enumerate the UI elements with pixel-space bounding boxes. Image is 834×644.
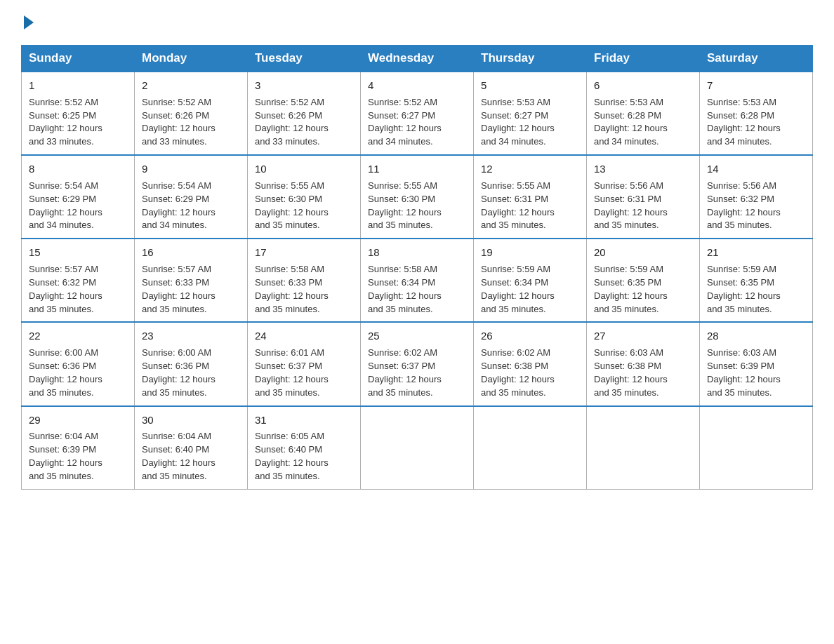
- day-number: 27: [594, 328, 692, 344]
- calendar-cell: 15Sunrise: 5:57 AMSunset: 6:32 PMDayligh…: [22, 239, 135, 322]
- header-friday: Friday: [587, 46, 700, 72]
- calendar-week-row: 29Sunrise: 6:04 AMSunset: 6:39 PMDayligh…: [22, 406, 813, 490]
- day-info: Sunrise: 6:02 AMSunset: 6:37 PMDaylight:…: [368, 347, 442, 398]
- calendar-week-row: 22Sunrise: 6:00 AMSunset: 6:36 PMDayligh…: [22, 322, 813, 405]
- header-monday: Monday: [135, 46, 248, 72]
- calendar-cell: 29Sunrise: 6:04 AMSunset: 6:39 PMDayligh…: [22, 406, 135, 490]
- header-thursday: Thursday: [474, 46, 587, 72]
- day-number: 23: [142, 328, 240, 344]
- calendar-cell: 25Sunrise: 6:02 AMSunset: 6:37 PMDayligh…: [361, 322, 474, 405]
- calendar-cell: 11Sunrise: 5:55 AMSunset: 6:30 PMDayligh…: [361, 155, 474, 239]
- day-number: 8: [29, 161, 127, 177]
- day-info: Sunrise: 5:54 AMSunset: 6:29 PMDaylight:…: [142, 180, 216, 231]
- day-number: 3: [255, 78, 353, 93]
- calendar-cell: 17Sunrise: 5:58 AMSunset: 6:33 PMDayligh…: [248, 239, 361, 322]
- calendar-cell: 27Sunrise: 6:03 AMSunset: 6:38 PMDayligh…: [587, 322, 700, 405]
- day-info: Sunrise: 5:55 AMSunset: 6:30 PMDaylight:…: [255, 180, 329, 231]
- calendar-cell: 28Sunrise: 6:03 AMSunset: 6:39 PMDayligh…: [700, 322, 813, 405]
- day-number: 15: [29, 245, 127, 260]
- day-info: Sunrise: 5:53 AMSunset: 6:28 PMDaylight:…: [707, 97, 781, 147]
- day-info: Sunrise: 6:04 AMSunset: 6:39 PMDaylight:…: [29, 431, 102, 481]
- day-number: 4: [368, 78, 466, 93]
- calendar-week-row: 15Sunrise: 5:57 AMSunset: 6:32 PMDayligh…: [22, 239, 813, 322]
- day-number: 10: [255, 161, 353, 177]
- calendar-cell: 18Sunrise: 5:58 AMSunset: 6:34 PMDayligh…: [361, 239, 474, 322]
- day-number: 17: [255, 245, 353, 260]
- calendar-cell: 20Sunrise: 5:59 AMSunset: 6:35 PMDayligh…: [587, 239, 700, 322]
- day-info: Sunrise: 5:59 AMSunset: 6:35 PMDaylight:…: [707, 264, 781, 314]
- day-info: Sunrise: 6:03 AMSunset: 6:39 PMDaylight:…: [707, 347, 781, 398]
- calendar-cell: 3Sunrise: 5:52 AMSunset: 6:26 PMDaylight…: [248, 72, 361, 155]
- day-number: 28: [707, 328, 805, 344]
- day-info: Sunrise: 5:52 AMSunset: 6:27 PMDaylight:…: [368, 97, 442, 147]
- day-info: Sunrise: 5:52 AMSunset: 6:26 PMDaylight:…: [142, 97, 216, 147]
- calendar-cell: 6Sunrise: 5:53 AMSunset: 6:28 PMDaylight…: [587, 72, 700, 155]
- day-number: 14: [707, 161, 805, 177]
- day-number: 9: [142, 161, 240, 177]
- calendar-cell: 23Sunrise: 6:00 AMSunset: 6:36 PMDayligh…: [135, 322, 248, 405]
- logo: [21, 14, 37, 31]
- calendar-cell: 8Sunrise: 5:54 AMSunset: 6:29 PMDaylight…: [22, 155, 135, 239]
- page-header: [21, 14, 813, 31]
- day-number: 19: [481, 245, 579, 260]
- header-saturday: Saturday: [700, 46, 813, 72]
- day-number: 1: [29, 78, 127, 93]
- calendar-cell: 24Sunrise: 6:01 AMSunset: 6:37 PMDayligh…: [248, 322, 361, 405]
- day-info: Sunrise: 5:52 AMSunset: 6:25 PMDaylight:…: [29, 97, 102, 147]
- day-info: Sunrise: 6:03 AMSunset: 6:38 PMDaylight:…: [594, 347, 668, 398]
- day-info: Sunrise: 5:55 AMSunset: 6:31 PMDaylight:…: [481, 180, 555, 231]
- day-info: Sunrise: 5:58 AMSunset: 6:33 PMDaylight:…: [255, 264, 329, 314]
- day-info: Sunrise: 5:53 AMSunset: 6:28 PMDaylight:…: [594, 97, 668, 147]
- day-number: 13: [594, 161, 692, 177]
- calendar-cell: 5Sunrise: 5:53 AMSunset: 6:27 PMDaylight…: [474, 72, 587, 155]
- calendar-cell: [700, 406, 813, 490]
- day-number: 31: [255, 412, 353, 428]
- day-number: 2: [142, 78, 240, 93]
- day-number: 21: [707, 245, 805, 260]
- day-number: 5: [481, 78, 579, 93]
- calendar-cell: 30Sunrise: 6:04 AMSunset: 6:40 PMDayligh…: [135, 406, 248, 490]
- day-number: 26: [481, 328, 579, 344]
- calendar-header-row: SundayMondayTuesdayWednesdayThursdayFrid…: [22, 46, 813, 72]
- calendar-cell: 16Sunrise: 5:57 AMSunset: 6:33 PMDayligh…: [135, 239, 248, 322]
- calendar-cell: 21Sunrise: 5:59 AMSunset: 6:35 PMDayligh…: [700, 239, 813, 322]
- calendar-cell: 9Sunrise: 5:54 AMSunset: 6:29 PMDaylight…: [135, 155, 248, 239]
- calendar-cell: 14Sunrise: 5:56 AMSunset: 6:32 PMDayligh…: [700, 155, 813, 239]
- day-number: 12: [481, 161, 579, 177]
- day-info: Sunrise: 5:59 AMSunset: 6:34 PMDaylight:…: [481, 264, 555, 314]
- logo-arrow-icon: [24, 15, 34, 29]
- calendar-cell: [361, 406, 474, 490]
- calendar-cell: 26Sunrise: 6:02 AMSunset: 6:38 PMDayligh…: [474, 322, 587, 405]
- calendar-cell: 1Sunrise: 5:52 AMSunset: 6:25 PMDaylight…: [22, 72, 135, 155]
- calendar-cell: 13Sunrise: 5:56 AMSunset: 6:31 PMDayligh…: [587, 155, 700, 239]
- day-info: Sunrise: 5:59 AMSunset: 6:35 PMDaylight:…: [594, 264, 668, 314]
- calendar-cell: [587, 406, 700, 490]
- day-number: 6: [594, 78, 692, 93]
- day-info: Sunrise: 6:02 AMSunset: 6:38 PMDaylight:…: [481, 347, 555, 398]
- day-number: 7: [707, 78, 805, 93]
- calendar-cell: 19Sunrise: 5:59 AMSunset: 6:34 PMDayligh…: [474, 239, 587, 322]
- header-wednesday: Wednesday: [361, 46, 474, 72]
- calendar-cell: 22Sunrise: 6:00 AMSunset: 6:36 PMDayligh…: [22, 322, 135, 405]
- calendar-table: SundayMondayTuesdayWednesdayThursdayFrid…: [21, 45, 813, 490]
- calendar-cell: 12Sunrise: 5:55 AMSunset: 6:31 PMDayligh…: [474, 155, 587, 239]
- day-info: Sunrise: 6:00 AMSunset: 6:36 PMDaylight:…: [29, 347, 102, 398]
- day-info: Sunrise: 5:54 AMSunset: 6:29 PMDaylight:…: [29, 180, 102, 231]
- day-info: Sunrise: 6:00 AMSunset: 6:36 PMDaylight:…: [142, 347, 216, 398]
- day-number: 16: [142, 245, 240, 260]
- calendar-week-row: 1Sunrise: 5:52 AMSunset: 6:25 PMDaylight…: [22, 72, 813, 155]
- day-number: 22: [29, 328, 127, 344]
- calendar-cell: 31Sunrise: 6:05 AMSunset: 6:40 PMDayligh…: [248, 406, 361, 490]
- calendar-week-row: 8Sunrise: 5:54 AMSunset: 6:29 PMDaylight…: [22, 155, 813, 239]
- header-tuesday: Tuesday: [248, 46, 361, 72]
- day-number: 29: [29, 412, 127, 428]
- day-info: Sunrise: 5:58 AMSunset: 6:34 PMDaylight:…: [368, 264, 442, 314]
- day-number: 25: [368, 328, 466, 344]
- day-info: Sunrise: 5:55 AMSunset: 6:30 PMDaylight:…: [368, 180, 442, 231]
- calendar-cell: 2Sunrise: 5:52 AMSunset: 6:26 PMDaylight…: [135, 72, 248, 155]
- header-sunday: Sunday: [22, 46, 135, 72]
- day-info: Sunrise: 6:05 AMSunset: 6:40 PMDaylight:…: [255, 431, 329, 481]
- day-info: Sunrise: 5:56 AMSunset: 6:31 PMDaylight:…: [594, 180, 668, 231]
- day-info: Sunrise: 6:01 AMSunset: 6:37 PMDaylight:…: [255, 347, 329, 398]
- day-info: Sunrise: 6:04 AMSunset: 6:40 PMDaylight:…: [142, 431, 216, 481]
